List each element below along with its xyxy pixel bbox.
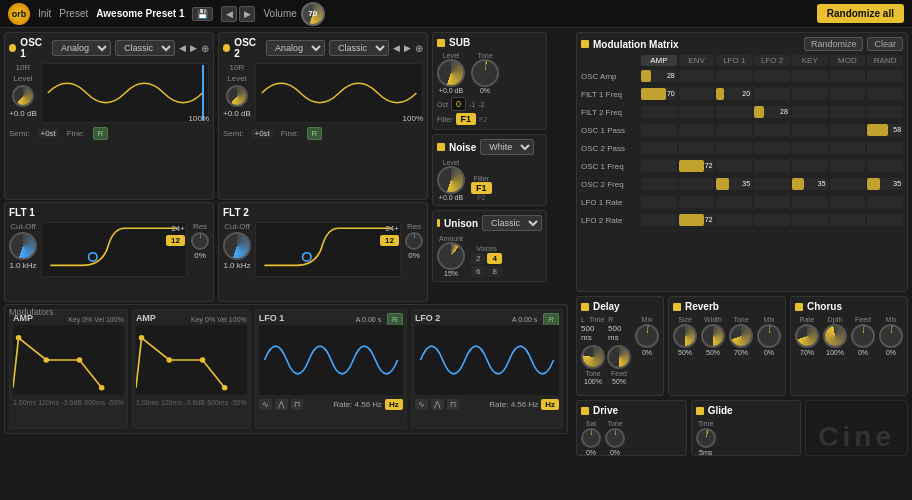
matrix-clear-button[interactable]: Clear [867,37,903,51]
sub-filter-f1[interactable]: F1 [456,113,477,125]
osc1-mode-dropdown[interactable]: Classic [115,40,175,56]
matrix-cell[interactable] [792,160,828,172]
matrix-cell[interactable] [867,196,903,208]
flt1-cutoff-knob[interactable] [9,232,37,260]
matrix-cell[interactable] [641,214,677,226]
matrix-cell[interactable] [754,214,790,226]
lfo1-r-button[interactable]: R [387,313,403,326]
matrix-cell[interactable] [754,160,790,172]
matrix-cell[interactable] [641,142,677,154]
matrix-cell[interactable] [641,178,677,190]
matrix-cell[interactable] [754,196,790,208]
matrix-cell[interactable] [641,124,677,136]
chorus-feed-knob[interactable] [851,324,875,348]
matrix-cell[interactable] [754,142,790,154]
matrix-cell[interactable] [830,214,866,226]
osc1-level-knob[interactable] [12,85,34,107]
drive-tone-knob[interactable] [605,428,625,448]
col-lfo2[interactable]: LFO 2 [754,55,790,66]
matrix-cell[interactable] [830,88,866,100]
osc2-mode-dropdown[interactable]: Classic [329,40,389,56]
matrix-cell[interactable] [830,124,866,136]
matrix-cell[interactable]: 35 [867,178,903,190]
lfo2-wave-sine[interactable]: ∿ [415,399,428,410]
matrix-cell[interactable] [716,124,752,136]
matrix-cell[interactable] [792,142,828,154]
matrix-cell[interactable] [716,142,752,154]
lfo2-wave-tri[interactable]: ⋀ [431,399,444,410]
chorus-rate-knob[interactable] [795,324,819,348]
flt2-slope-val[interactable]: 12 [380,235,399,246]
osc2-type-dropdown[interactable]: Analog [266,40,325,56]
matrix-cell[interactable] [792,70,828,82]
reverb-width-knob[interactable] [701,324,725,348]
matrix-cell[interactable]: 72 [679,214,715,226]
matrix-cell[interactable] [792,88,828,100]
save-icon[interactable]: 💾 [192,7,213,21]
osc2-add-icon[interactable]: ⊕ [415,43,423,54]
col-amp[interactable]: AMP [641,55,677,66]
chorus-mix-knob[interactable] [879,324,903,348]
col-lfo1[interactable]: LFO 1 [716,55,752,66]
matrix-cell[interactable] [679,88,715,100]
matrix-cell[interactable] [716,196,752,208]
matrix-cell[interactable] [679,106,715,118]
matrix-cell[interactable] [867,142,903,154]
sub-oct-value[interactable]: 0 [451,97,466,111]
matrix-cell[interactable] [754,70,790,82]
sub-oct-n1[interactable]: -1 [469,101,475,108]
matrix-cell[interactable] [641,160,677,172]
delay-feed-knob[interactable] [607,345,631,369]
matrix-cell[interactable] [679,142,715,154]
osc1-type-dropdown[interactable]: Analog [52,40,111,56]
matrix-cell[interactable] [830,106,866,118]
matrix-cell[interactable]: 35 [716,178,752,190]
matrix-cell[interactable] [830,70,866,82]
flt1-res-knob[interactable] [191,232,209,250]
chorus-dpth-knob[interactable] [823,324,847,348]
matrix-cell[interactable] [679,196,715,208]
osc1-reset-button[interactable]: R [93,127,109,140]
sub-filter-f2[interactable]: F2 [479,116,487,123]
reverb-tone-knob[interactable] [729,324,753,348]
matrix-cell[interactable]: 58 [867,124,903,136]
matrix-cell[interactable] [716,106,752,118]
lfo1-wave-tri[interactable]: ⋀ [275,399,288,410]
osc1-semi-value[interactable]: +0st [37,129,58,138]
matrix-cell[interactable] [792,214,828,226]
lfo2-wave-sqr[interactable]: ⊓ [447,399,459,410]
matrix-cell[interactable] [867,106,903,118]
col-mod[interactable]: MOD [830,55,866,66]
lfo1-wave-sqr[interactable]: ⊓ [291,399,303,410]
matrix-cell[interactable]: 28 [754,106,790,118]
osc1-add-icon[interactable]: ⊕ [201,43,209,54]
col-env[interactable]: ENV [679,55,715,66]
matrix-cell[interactable]: 35 [792,178,828,190]
sub-level-knob[interactable] [437,59,465,87]
nav-next[interactable]: ▶ [239,6,255,22]
init-label[interactable]: Init [38,8,51,19]
matrix-cell[interactable] [867,88,903,100]
matrix-cell[interactable] [641,106,677,118]
reverb-mix-knob[interactable] [757,324,781,348]
matrix-cell[interactable] [867,70,903,82]
matrix-cell[interactable] [830,160,866,172]
osc2-level-knob[interactable] [226,85,248,107]
matrix-cell[interactable] [641,196,677,208]
matrix-cell[interactable] [867,160,903,172]
sub-oct-n2[interactable]: -2 [478,101,484,108]
osc2-reset-button[interactable]: R [307,127,323,140]
col-key[interactable]: KEY [792,55,828,66]
lfo1-wave-sine[interactable]: ∿ [259,399,272,410]
matrix-cell[interactable] [867,214,903,226]
matrix-cell[interactable] [679,178,715,190]
noise-type-dropdown[interactable]: White [480,139,534,155]
matrix-cell[interactable] [792,196,828,208]
matrix-cell[interactable] [754,124,790,136]
matrix-cell[interactable]: 20 [716,88,752,100]
noise-filter-f1[interactable]: F1 [471,182,492,194]
flt1-slope-val[interactable]: 12 [166,235,185,246]
matrix-cell[interactable]: 28 [641,70,677,82]
matrix-cell[interactable] [716,160,752,172]
matrix-cell[interactable] [830,196,866,208]
